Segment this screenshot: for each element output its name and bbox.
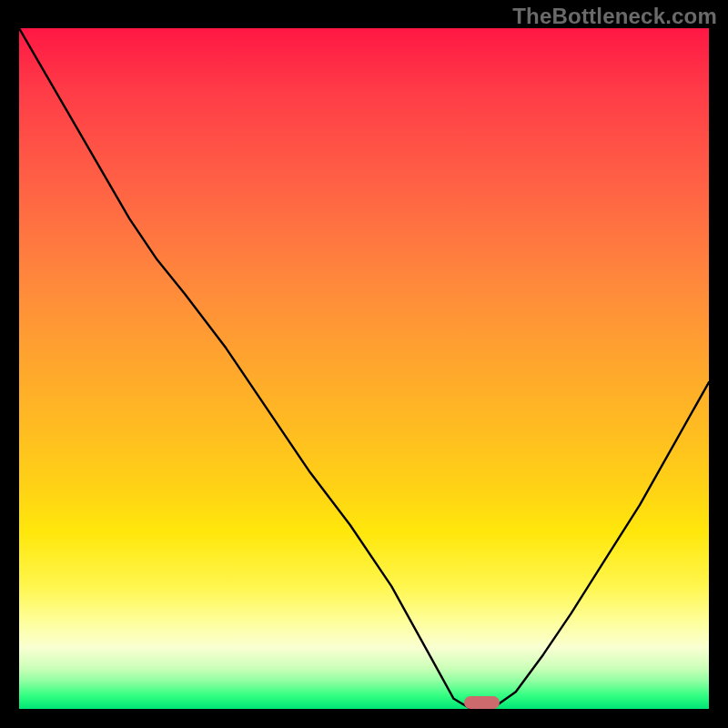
bottleneck-curve xyxy=(19,28,709,709)
watermark-text: TheBottleneck.com xyxy=(512,4,717,29)
plot-area xyxy=(19,28,709,709)
optimal-marker xyxy=(464,696,500,709)
chart-frame: TheBottleneck.com xyxy=(0,0,728,728)
curve-path xyxy=(19,28,709,709)
